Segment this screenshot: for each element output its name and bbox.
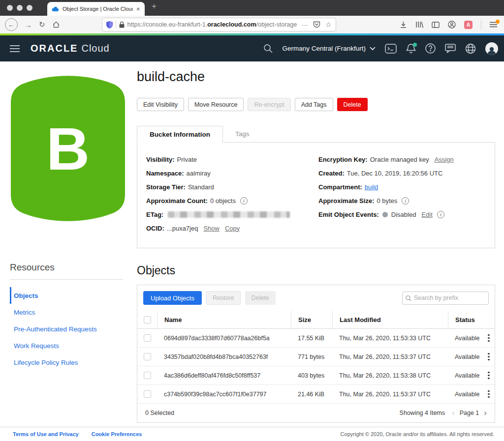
window-controls[interactable] (7, 5, 32, 11)
edit-visibility-button[interactable]: Edit Visibility (137, 98, 184, 111)
object-size: 21.46 KiB (291, 391, 332, 398)
column-status: Status (448, 311, 495, 328)
info-icon[interactable]: i (402, 197, 409, 205)
row-actions-menu-icon[interactable] (482, 372, 496, 380)
window-close-button[interactable] (7, 5, 13, 11)
cloud-shell-icon[interactable] (385, 44, 397, 54)
objects-section-title: Objects (137, 264, 495, 277)
oci-header: ORACLE Cloud Germany Central (Frankfurt) (0, 35, 504, 61)
move-resource-button[interactable]: Move Resource (188, 98, 244, 111)
bucket-tabs: Bucket Information Tags (137, 125, 495, 142)
bucket-avatar: B (11, 71, 125, 226)
table-row: 4ac386d6deff80af476fd8c50f8ff537 403 byt… (137, 366, 495, 385)
info-icon[interactable]: i (437, 211, 444, 218)
region-selector[interactable]: Germany Central (Frankfurt) (282, 45, 376, 52)
forward-button[interactable]: → (25, 21, 32, 29)
column-name: Name (157, 311, 291, 328)
add-tags-button[interactable]: Add Tags (295, 98, 333, 111)
ocid-show-link[interactable]: Show (203, 225, 220, 232)
ocid-copy-link[interactable]: Copy (225, 225, 240, 232)
ocid-row: OCID:...puxa7jeq Show Copy (146, 224, 314, 232)
window-minimize-button[interactable] (17, 5, 23, 11)
user-avatar[interactable] (485, 42, 498, 55)
search-icon[interactable] (263, 44, 273, 53)
account-icon[interactable] (448, 21, 456, 29)
app-menu-button[interactable] (490, 22, 497, 28)
resources-heading: Resources (0, 262, 137, 273)
pocket-icon[interactable] (313, 21, 320, 28)
url-bar[interactable]: https://console.eu-frankfurt-1.oracleclo… (102, 18, 336, 31)
new-tab-button[interactable]: + (152, 1, 157, 11)
encryption-key-row: Encryption Key:Oracle managed key Assign (318, 155, 486, 163)
sidebar-item-lifecycle-policy-rules[interactable]: Lifecycle Policy Rules (10, 354, 137, 371)
object-modified: Thu, Mar 26, 2020, 11:53:37 UTC (332, 391, 448, 398)
sidebar-item-pre-authenticated-requests[interactable]: Pre-Authenticated Requests (10, 321, 137, 337)
downloads-icon[interactable] (400, 21, 407, 29)
row-checkbox[interactable] (144, 390, 151, 398)
tab-bucket-information[interactable]: Bucket Information (137, 126, 223, 143)
etag-row: ETag: (146, 210, 314, 218)
copyright-text: Copyright © 2020, Oracle and/or its affi… (341, 431, 504, 437)
page-content: B Resources Objects Metrics Pre-Authenti… (0, 61, 504, 427)
compartment-row: Compartment: build (318, 183, 486, 191)
upload-objects-button[interactable]: Upload Objects (143, 291, 202, 305)
row-checkbox[interactable] (144, 353, 151, 360)
library-icon[interactable] (415, 21, 423, 28)
page-next-icon[interactable]: › (484, 408, 487, 418)
object-status: Available (448, 372, 482, 379)
extension-a-icon[interactable]: A (464, 21, 472, 29)
row-actions-menu-icon[interactable] (482, 390, 496, 398)
home-button[interactable] (52, 21, 60, 29)
created-row: Created:Tue, Dec 10, 2019, 16:20:56 UTC (318, 169, 486, 177)
nav-menu-icon[interactable] (10, 45, 20, 52)
page-prev-icon: ‹ (452, 408, 455, 418)
back-button[interactable]: ← (5, 18, 18, 31)
search-input[interactable] (414, 294, 485, 301)
etag-redacted-value (168, 211, 290, 218)
tab-tags[interactable]: Tags (223, 125, 262, 142)
page-actions-icon[interactable]: ··· (302, 21, 308, 29)
visibility-row: Visibility:Private (146, 155, 314, 163)
emit-events-edit-link[interactable]: Edit (421, 211, 432, 218)
browser-toolbar: ← → ↻ https://console.eu-frankfurt-1.ora… (0, 16, 504, 33)
notifications-bell-icon[interactable] (406, 43, 416, 54)
browser-tab[interactable]: Object Storage | Oracle Cloud In ✕ (47, 2, 145, 16)
notification-badge (413, 43, 417, 47)
info-icon[interactable]: i (240, 197, 248, 205)
language-globe-icon[interactable] (465, 43, 476, 54)
search-by-prefix-box[interactable] (402, 292, 489, 305)
objects-table-footer: 0 Selected Showing 4 Items ‹ Page 1 › (137, 404, 495, 422)
compartment-link[interactable]: build (365, 183, 378, 191)
bookmark-star-icon[interactable]: ☆ (325, 21, 332, 29)
row-checkbox[interactable] (144, 372, 151, 379)
object-size: 771 bytes (291, 353, 332, 360)
showing-items-text: Showing 4 Items (400, 410, 445, 416)
url-text: https://console.eu-frankfurt-1.oracleclo… (127, 21, 299, 28)
tab-close-icon[interactable]: ✕ (136, 6, 140, 12)
delete-bucket-button[interactable]: Delete (337, 98, 368, 111)
sidebar-toggle-icon[interactable] (432, 22, 440, 28)
tracking-protection-shield-icon[interactable] (106, 21, 113, 29)
object-modified: Thu, Mar 26, 2020, 11:53:33 UTC (332, 335, 448, 342)
assign-key-link[interactable]: Assign (435, 156, 454, 163)
row-actions-menu-icon[interactable] (482, 334, 496, 342)
select-all-checkbox[interactable] (144, 316, 151, 323)
help-icon[interactable] (425, 43, 436, 54)
cookie-preferences-link[interactable]: Cookie Preferences (92, 431, 142, 437)
sidebar-item-metrics[interactable]: Metrics (10, 304, 137, 321)
object-modified: Thu, Mar 26, 2020, 11:53:37 UTC (332, 353, 448, 360)
sidebar-item-work-requests[interactable]: Work Requests (10, 337, 137, 354)
oracle-cloud-logo[interactable]: ORACLE Cloud (31, 43, 110, 54)
row-actions-menu-icon[interactable] (482, 353, 496, 361)
column-size: Size (291, 311, 332, 328)
cloud-favicon (52, 6, 59, 12)
reload-button[interactable]: ↻ (39, 20, 45, 29)
row-checkbox[interactable] (144, 334, 151, 342)
object-name: 0694d897dac3338f07d60778aa26bf5a (157, 335, 291, 342)
window-zoom-button[interactable] (27, 5, 32, 11)
feedback-chat-icon[interactable] (445, 44, 456, 53)
object-status: Available (448, 335, 482, 342)
sidebar-item-objects[interactable]: Objects (10, 287, 137, 304)
terms-link[interactable]: Terms of Use and Privacy (13, 431, 79, 437)
search-icon (406, 295, 411, 301)
